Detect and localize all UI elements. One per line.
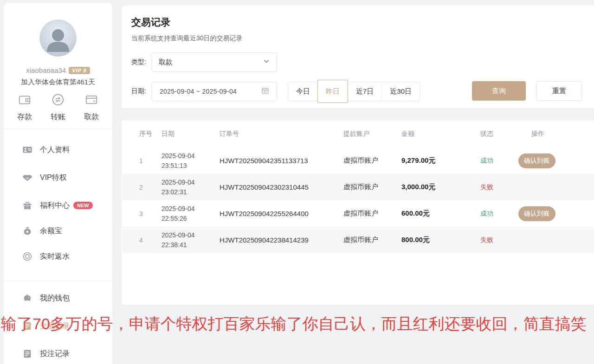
row-status: 失败 bbox=[480, 183, 531, 192]
vip-badge: VIP 8 bbox=[69, 67, 90, 74]
row-account: 虚拟币账户 bbox=[343, 209, 401, 218]
date-range-input[interactable]: 2025-09-04 ~ 2025-09-04 bbox=[152, 82, 277, 101]
sidebar-item-label: 个人资料 bbox=[40, 145, 70, 155]
vip-gem-icon bbox=[22, 172, 32, 183]
table-row: 2 2025-09-04 23:02:31 HJWT20250904230231… bbox=[122, 174, 594, 200]
date-quick-range-group: 今日 昨日 近7日 近30日 bbox=[288, 82, 420, 101]
row-no: 3 bbox=[139, 210, 161, 217]
gift-icon bbox=[22, 200, 32, 211]
deposit-wallet-icon bbox=[18, 93, 32, 108]
row-date: 2025-09-04 23:51:13 bbox=[161, 151, 220, 170]
quick-actions: 存款 转账 取款 bbox=[10, 93, 106, 122]
sidebar-item-label: 实时返水 bbox=[40, 252, 70, 262]
bet-record-icon bbox=[22, 349, 32, 359]
join-days-text: 加入华体会体育第461天 bbox=[4, 78, 112, 87]
header-date: 日期 bbox=[161, 130, 220, 138]
header-amount: 金额 bbox=[401, 130, 480, 138]
confirm-received-button[interactable]: 确认到账 bbox=[518, 206, 555, 221]
row-no: 1 bbox=[139, 157, 161, 165]
date-label: 日期: bbox=[131, 87, 146, 96]
transfer-label: 转账 bbox=[44, 112, 72, 122]
sidebar-item-vip[interactable]: VIP特权 bbox=[4, 170, 112, 185]
sidebar: xiaobaoaa34VIP 8 加入华体会体育第461天 存款 转账 bbox=[4, 3, 112, 364]
header-action: 操作 bbox=[531, 130, 594, 138]
row-order-no: HJWT202509042238414239 bbox=[220, 236, 343, 244]
sidebar-item-label: 投注记录 bbox=[40, 349, 70, 359]
sidebar-item-rebate[interactable]: 实时返水 bbox=[4, 249, 112, 264]
sidebar-item-wallet[interactable]: 我的钱包 bbox=[4, 290, 112, 306]
sidebar-item-yuebao[interactable]: 余额宝 bbox=[4, 223, 112, 239]
username: xiaobaoaa34 bbox=[26, 66, 66, 74]
range-today-button[interactable]: 今日 bbox=[288, 82, 318, 101]
header-order: 订单号 bbox=[220, 130, 343, 138]
transfer-button[interactable]: 转账 bbox=[44, 93, 72, 122]
row-order-no: HJWT202509042351133713 bbox=[220, 157, 343, 165]
confirm-received-button[interactable]: 确认到账 bbox=[518, 153, 555, 168]
type-select-value: 取款 bbox=[159, 58, 263, 67]
withdraw-label: 取款 bbox=[77, 112, 106, 122]
user-avatar[interactable] bbox=[39, 19, 77, 57]
header-status: 状态 bbox=[480, 130, 531, 138]
type-select[interactable]: 取款 bbox=[152, 52, 277, 72]
table-row: 4 2025-09-04 22:38:41 HJWT20250904223841… bbox=[122, 227, 594, 253]
table-row: 3 2025-09-04 22:55:26 HJWT20250904225526… bbox=[122, 200, 594, 227]
new-badge: NEW bbox=[73, 202, 93, 209]
page-title: 交易记录 bbox=[131, 16, 170, 29]
row-no: 4 bbox=[139, 236, 161, 244]
header-account: 提款账户 bbox=[343, 130, 401, 138]
sidebar-item-label: 我的钱包 bbox=[40, 294, 70, 303]
table-row: 1 2025-09-04 23:51:13 HJWT20250904235113… bbox=[122, 147, 594, 174]
type-label: 类型: bbox=[131, 58, 146, 66]
range-7days-button[interactable]: 近7日 bbox=[348, 82, 381, 101]
money-bag-icon bbox=[22, 226, 32, 236]
sidebar-divider bbox=[4, 281, 112, 281]
deposit-label: 存款 bbox=[10, 112, 39, 122]
page-subtitle: 当前系统支持查询最近30日的交易记录 bbox=[131, 34, 243, 43]
row-amount: 9,279.00元 bbox=[401, 156, 480, 165]
avatar-placeholder-icon bbox=[44, 25, 72, 53]
row-amount: 600.00元 bbox=[401, 209, 480, 218]
withdraw-card-icon bbox=[84, 93, 98, 108]
sidebar-divider bbox=[4, 129, 112, 129]
range-yesterday-button[interactable]: 昨日 bbox=[317, 80, 348, 103]
id-card-icon bbox=[22, 145, 32, 155]
row-status: 失败 bbox=[480, 236, 531, 244]
row-order-no: HJWT202509042302310445 bbox=[220, 183, 343, 191]
row-amount: 800.00元 bbox=[401, 236, 480, 244]
row-date: 2025-09-04 23:02:31 bbox=[161, 178, 220, 197]
query-button[interactable]: 查询 bbox=[472, 81, 526, 101]
table-header-row: 序号 日期 订单号 提款账户 金额 状态 操作 bbox=[122, 121, 594, 147]
reset-button[interactable]: 重置 bbox=[536, 81, 582, 101]
sidebar-item-label: VIP特权 bbox=[40, 173, 67, 183]
range-30days-button[interactable]: 近30日 bbox=[381, 82, 420, 101]
sidebar-item-label: 余额宝 bbox=[40, 226, 62, 236]
header-no: 序号 bbox=[139, 130, 161, 138]
row-account: 虚拟币账户 bbox=[343, 183, 401, 192]
row-account: 虚拟币账户 bbox=[343, 156, 401, 165]
row-no: 2 bbox=[139, 184, 161, 191]
sidebar-item-label: 福利中心 bbox=[40, 201, 70, 211]
row-account: 虚拟币账户 bbox=[343, 236, 401, 244]
piggy-bank-icon bbox=[22, 293, 32, 303]
sidebar-item-welfare[interactable]: 福利中心 NEW bbox=[4, 198, 112, 213]
transfer-icon bbox=[51, 93, 65, 108]
row-date: 2025-09-04 22:38:41 bbox=[161, 230, 220, 249]
date-range-value: 2025-09-04 ~ 2025-09-04 bbox=[160, 88, 261, 95]
overlay-complaint-text: 输了70多万的号，申请个特权打百家乐输了你自己认，而且红利还要收回，简直搞笑 bbox=[1, 313, 594, 335]
withdraw-button[interactable]: 取款 bbox=[77, 93, 106, 122]
chevron-down-icon bbox=[263, 57, 270, 67]
sidebar-item-bets[interactable]: 投注记录 bbox=[4, 346, 112, 362]
rebate-icon bbox=[22, 251, 32, 262]
row-date: 2025-09-04 22:55:26 bbox=[161, 204, 220, 223]
row-amount: 3,000.00元 bbox=[401, 183, 480, 192]
filter-card: 交易记录 当前系统支持查询最近30日的交易记录 类型: 取款 日期: 2025-… bbox=[122, 6, 594, 108]
row-order-no: HJWT202509042255264400 bbox=[220, 210, 343, 217]
calendar-icon bbox=[261, 87, 269, 96]
deposit-button[interactable]: 存款 bbox=[10, 93, 39, 122]
sidebar-item-profile[interactable]: 个人资料 bbox=[4, 142, 112, 158]
transactions-table: 序号 日期 订单号 提款账户 金额 状态 操作 1 2025-09-04 23:… bbox=[122, 121, 594, 305]
